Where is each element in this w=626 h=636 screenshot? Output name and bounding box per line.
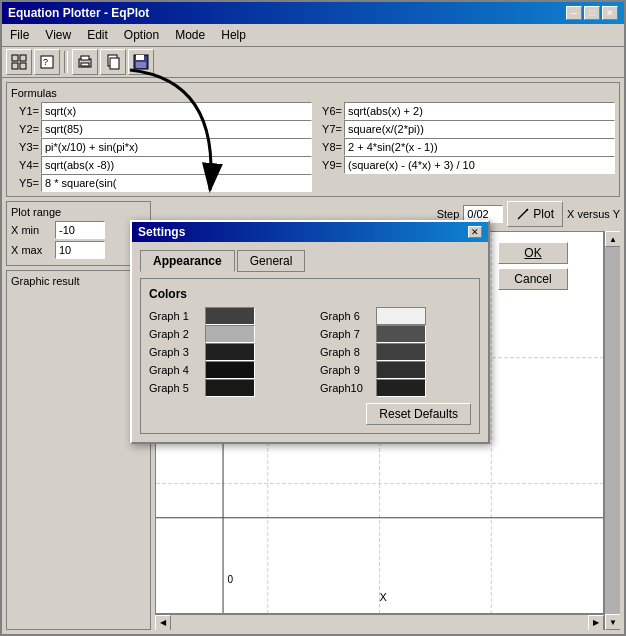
formula-row-y1: Y1= [11, 102, 312, 120]
graph9-label: Graph 9 [320, 364, 370, 376]
color-row-graph10: Graph10 [320, 379, 471, 397]
settings-body: Appearance General Colors Graph 1 Graph … [132, 242, 488, 442]
plot-icon [516, 207, 530, 221]
formula-input-y4[interactable] [41, 156, 312, 174]
colors-left-col: Graph 1 Graph 2 Graph 3 Graph 4 [149, 307, 300, 397]
tab-general[interactable]: General [237, 250, 306, 272]
graph10-swatch[interactable] [376, 379, 426, 397]
vertical-scrollbar: ▲ ▼ [604, 231, 620, 630]
tool-save-button[interactable] [128, 49, 154, 75]
minimize-button[interactable]: ─ [566, 6, 582, 20]
maximize-button[interactable]: □ [584, 6, 600, 20]
settings-title-bar: Settings ✕ [132, 222, 488, 242]
formulas-left: Y1= Y2= Y3= Y4= Y5= [11, 102, 312, 192]
svg-text:?: ? [43, 57, 48, 67]
formula-input-y7[interactable] [344, 120, 615, 138]
xmin-input[interactable] [55, 221, 105, 239]
graph7-swatch[interactable] [376, 325, 426, 343]
formula-label-y4: Y4= [11, 159, 39, 171]
formula-label-y7: Y7= [314, 123, 342, 135]
tool-new-button[interactable]: ? [34, 49, 60, 75]
svg-rect-7 [81, 56, 89, 60]
graphic-result-label: Graphic result [11, 275, 146, 287]
tool-copy-button[interactable] [100, 49, 126, 75]
tool-print-button[interactable] [72, 49, 98, 75]
window-title: Equation Plotter - EqPlot [8, 6, 149, 20]
svg-rect-3 [20, 63, 26, 69]
plot-range-label: Plot range [11, 206, 146, 218]
graph3-swatch[interactable] [205, 343, 255, 361]
reset-defaults-button[interactable]: Reset Defaults [366, 403, 471, 425]
tab-appearance[interactable]: Appearance [140, 250, 235, 272]
graph7-label: Graph 7 [320, 328, 370, 340]
plot-button[interactable]: Plot [507, 201, 563, 227]
formula-input-y9[interactable] [344, 156, 615, 174]
graph5-label: Graph 5 [149, 382, 199, 394]
graph1-swatch[interactable] [205, 307, 255, 325]
svg-rect-12 [136, 55, 144, 60]
xmax-label: X max [11, 244, 51, 256]
formula-row-y8: Y8= [314, 138, 615, 156]
menu-bar: File View Edit Option Mode Help [2, 24, 624, 47]
graph2-swatch[interactable] [205, 325, 255, 343]
scroll-left-button[interactable]: ◀ [155, 615, 171, 631]
graph3-label: Graph 3 [149, 346, 199, 358]
menu-option[interactable]: Option [116, 26, 167, 44]
scroll-v-track [605, 247, 620, 614]
svg-rect-10 [110, 58, 119, 69]
formula-input-y1[interactable] [41, 102, 312, 120]
colors-label: Colors [149, 287, 471, 301]
formulas-label: Formulas [11, 87, 615, 99]
appearance-tab-content: Colors Graph 1 Graph 2 Graph 3 [140, 278, 480, 434]
settings-dialog[interactable]: Settings ✕ Appearance General Colors Gra… [130, 220, 490, 444]
ok-button[interactable]: OK [498, 242, 568, 264]
versus-label: X versus Y [567, 208, 620, 220]
graph6-swatch[interactable] [376, 307, 426, 325]
graph4-swatch[interactable] [205, 361, 255, 379]
formula-input-y5[interactable] [41, 174, 312, 192]
tool-grid-button[interactable] [6, 49, 32, 75]
scroll-right-button[interactable]: ▶ [588, 615, 604, 631]
formula-row-y3: Y3= [11, 138, 312, 156]
menu-edit[interactable]: Edit [79, 26, 116, 44]
formula-label-y9: Y9= [314, 159, 342, 171]
graph5-swatch[interactable] [205, 379, 255, 397]
settings-close-button[interactable]: ✕ [468, 226, 482, 238]
formula-input-y3[interactable] [41, 138, 312, 156]
toolbar: ? [2, 47, 624, 78]
graph8-swatch[interactable] [376, 343, 426, 361]
graph9-swatch[interactable] [376, 361, 426, 379]
menu-mode[interactable]: Mode [167, 26, 213, 44]
step-label: Step [437, 208, 460, 220]
menu-view[interactable]: View [37, 26, 79, 44]
color-row-graph2: Graph 2 [149, 325, 300, 343]
title-bar-controls: ─ □ ✕ [566, 6, 618, 20]
xmax-input[interactable] [55, 241, 105, 259]
formula-input-y6[interactable] [344, 102, 615, 120]
formulas-right: Y6= Y7= Y8= Y9= [314, 102, 615, 192]
xmin-label: X min [11, 224, 51, 236]
svg-rect-0 [12, 55, 18, 61]
formulas-grid: Y1= Y2= Y3= Y4= Y5= [11, 102, 615, 192]
svg-rect-8 [81, 63, 89, 66]
color-row-graph8: Graph 8 [320, 343, 471, 361]
formula-label-y3: Y3= [11, 141, 39, 153]
formula-input-y2[interactable] [41, 120, 312, 138]
color-row-graph6: Graph 6 [320, 307, 471, 325]
menu-file[interactable]: File [2, 26, 37, 44]
formula-row-y9: Y9= [314, 156, 615, 174]
svg-rect-2 [12, 63, 18, 69]
origin-zero: 0 [228, 574, 234, 585]
formula-label-y8: Y8= [314, 141, 342, 153]
formula-input-y8[interactable] [344, 138, 615, 156]
formula-row-y7: Y7= [314, 120, 615, 138]
close-button[interactable]: ✕ [602, 6, 618, 20]
scroll-down-button[interactable]: ▼ [605, 614, 620, 630]
title-bar: Equation Plotter - EqPlot ─ □ ✕ [2, 2, 624, 24]
scroll-up-button[interactable]: ▲ [605, 231, 620, 247]
color-row-graph1: Graph 1 [149, 307, 300, 325]
cancel-button[interactable]: Cancel [498, 268, 568, 290]
menu-help[interactable]: Help [213, 26, 254, 44]
color-row-graph9: Graph 9 [320, 361, 471, 379]
svg-rect-13 [136, 62, 146, 68]
